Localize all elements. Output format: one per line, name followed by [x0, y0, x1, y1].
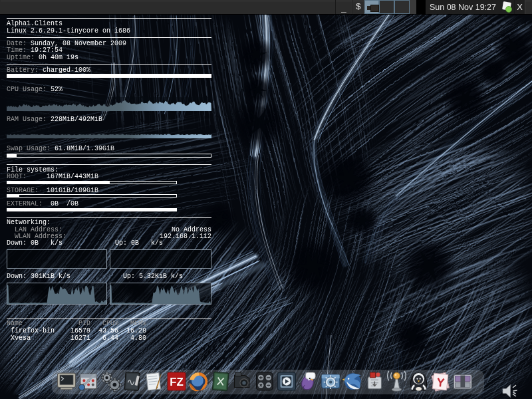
svg-text:FZ: FZ: [170, 376, 184, 388]
